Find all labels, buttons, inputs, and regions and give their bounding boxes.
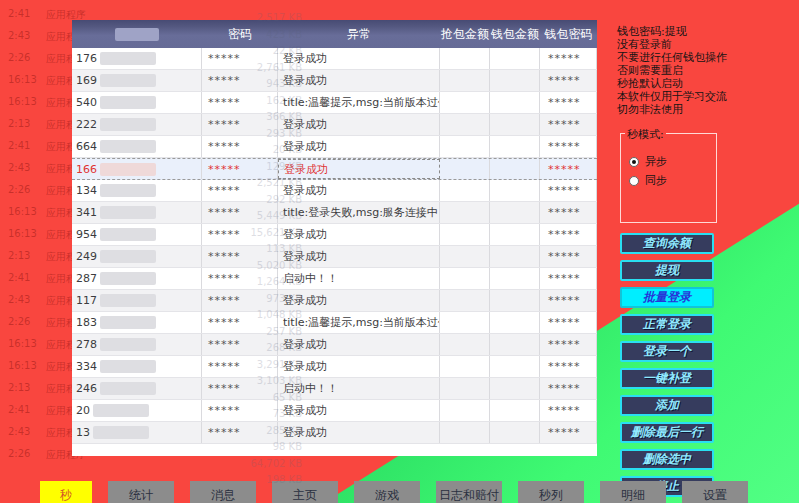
table-row[interactable]: 183 ***** title:温馨提示,msg:当前版本过低， ***** bbox=[72, 312, 597, 334]
header-password[interactable]: 密码 bbox=[202, 20, 278, 48]
wallet-password-cell[interactable]: ***** bbox=[540, 224, 597, 245]
wallet-password-cell[interactable]: ***** bbox=[540, 202, 597, 223]
exception-cell[interactable]: 登录成功 bbox=[278, 159, 440, 179]
account-cell[interactable]: 169 bbox=[72, 70, 202, 91]
password-cell[interactable]: ***** bbox=[202, 400, 278, 421]
delete-selected-button[interactable]: 删除选中 bbox=[620, 449, 714, 470]
grab-amount-cell[interactable] bbox=[440, 400, 490, 421]
password-cell[interactable]: ***** bbox=[202, 268, 278, 289]
password-cell[interactable]: ***** bbox=[202, 378, 278, 399]
table-row[interactable]: 169 ***** 登录成功 ***** bbox=[72, 70, 597, 92]
wallet-password-cell[interactable]: ***** bbox=[540, 114, 597, 135]
grab-amount-cell[interactable] bbox=[440, 334, 490, 355]
grab-amount-cell[interactable] bbox=[440, 246, 490, 267]
delete-last-row-button[interactable]: 删除最后一行 bbox=[620, 422, 714, 443]
account-cell[interactable]: 117 bbox=[72, 290, 202, 311]
table-row[interactable]: 540 ***** title:温馨提示,msg:当前版本过低， ***** bbox=[72, 92, 597, 114]
header-wallet-amount[interactable]: 钱包金额 bbox=[490, 20, 540, 48]
wallet-amount-cell[interactable] bbox=[490, 422, 540, 443]
grab-amount-cell[interactable] bbox=[440, 202, 490, 223]
exception-cell[interactable]: 启动中！！ bbox=[278, 378, 440, 399]
table-row[interactable]: 166 ***** 登录成功 ***** bbox=[72, 158, 597, 180]
grab-amount-cell[interactable] bbox=[440, 70, 490, 91]
exception-cell[interactable]: 登录成功 bbox=[278, 334, 440, 355]
wallet-amount-cell[interactable] bbox=[490, 48, 540, 69]
tab-logs-compensation[interactable]: 日志和赔付 bbox=[436, 481, 502, 503]
header-account[interactable] bbox=[72, 20, 202, 48]
account-cell[interactable]: 249 bbox=[72, 246, 202, 267]
password-cell[interactable]: ***** bbox=[202, 114, 278, 135]
account-cell[interactable]: 20 bbox=[72, 400, 202, 421]
grab-amount-cell[interactable] bbox=[440, 180, 490, 201]
password-cell[interactable]: ***** bbox=[202, 136, 278, 157]
table-row[interactable]: 246 ***** 启动中！！ ***** bbox=[72, 378, 597, 400]
wallet-amount-cell[interactable] bbox=[490, 159, 540, 179]
wallet-password-cell[interactable]: ***** bbox=[540, 268, 597, 289]
tab-stats[interactable]: 统计 bbox=[108, 481, 174, 503]
password-cell[interactable]: ***** bbox=[202, 422, 278, 443]
password-cell[interactable]: ***** bbox=[202, 70, 278, 91]
query-balance-button[interactable]: 查询余额 bbox=[620, 233, 714, 254]
tab-games[interactable]: 游戏 bbox=[354, 481, 420, 503]
account-cell[interactable]: 246 bbox=[72, 378, 202, 399]
tab-home[interactable]: 主页 bbox=[272, 481, 338, 503]
exception-cell[interactable]: 启动中！！ bbox=[278, 268, 440, 289]
password-cell[interactable]: ***** bbox=[202, 246, 278, 267]
wallet-password-cell[interactable]: ***** bbox=[540, 136, 597, 157]
table-row[interactable]: 664 ***** 登录成功 ***** bbox=[72, 136, 597, 158]
tab-settings[interactable]: 设置 bbox=[682, 481, 748, 503]
account-cell[interactable]: 183 bbox=[72, 312, 202, 333]
account-cell[interactable]: 13 bbox=[72, 422, 202, 443]
normal-login-button[interactable]: 正常登录 bbox=[620, 314, 714, 335]
account-cell[interactable]: 540 bbox=[72, 92, 202, 113]
exception-cell[interactable]: title:温馨提示,msg:当前版本过低， bbox=[278, 92, 440, 113]
tab-seconds[interactable]: 秒 bbox=[40, 481, 92, 503]
account-cell[interactable]: 222 bbox=[72, 114, 202, 135]
password-cell[interactable]: ***** bbox=[202, 334, 278, 355]
password-cell[interactable]: ***** bbox=[202, 159, 278, 179]
account-cell[interactable]: 287 bbox=[72, 268, 202, 289]
wallet-password-cell[interactable]: ***** bbox=[540, 356, 597, 377]
grab-amount-cell[interactable] bbox=[440, 312, 490, 333]
exception-cell[interactable]: 登录成功 bbox=[278, 48, 440, 69]
add-button[interactable]: 添加 bbox=[620, 395, 714, 416]
table-row[interactable]: 954 ***** 登录成功 ***** bbox=[72, 224, 597, 246]
table-row[interactable]: 176 ***** 登录成功 ***** bbox=[72, 48, 597, 70]
header-wallet-password[interactable]: 钱包密码 bbox=[540, 20, 597, 48]
exception-cell[interactable]: title:温馨提示,msg:当前版本过低， bbox=[278, 312, 440, 333]
wallet-password-cell[interactable]: ***** bbox=[540, 159, 597, 179]
wallet-password-cell[interactable]: ***** bbox=[540, 180, 597, 201]
account-cell[interactable]: 166 bbox=[72, 159, 202, 179]
wallet-password-cell[interactable]: ***** bbox=[540, 400, 597, 421]
wallet-amount-cell[interactable] bbox=[490, 246, 540, 267]
wallet-amount-cell[interactable] bbox=[490, 70, 540, 91]
exception-cell[interactable]: 登录成功 bbox=[278, 114, 440, 135]
password-cell[interactable]: ***** bbox=[202, 290, 278, 311]
wallet-password-cell[interactable]: ***** bbox=[540, 312, 597, 333]
table-row[interactable]: 222 ***** 登录成功 ***** bbox=[72, 114, 597, 136]
exception-cell[interactable]: 登录成功 bbox=[278, 136, 440, 157]
grab-amount-cell[interactable] bbox=[440, 290, 490, 311]
exception-cell[interactable]: 登录成功 bbox=[278, 422, 440, 443]
grab-amount-cell[interactable] bbox=[440, 378, 490, 399]
exception-cell[interactable]: 登录成功 bbox=[278, 356, 440, 377]
table-row[interactable]: 134 ***** 登录成功 ***** bbox=[72, 180, 597, 202]
account-cell[interactable]: 278 bbox=[72, 334, 202, 355]
password-cell[interactable]: ***** bbox=[202, 180, 278, 201]
wallet-amount-cell[interactable] bbox=[490, 224, 540, 245]
header-exception[interactable]: 异常 bbox=[278, 20, 440, 48]
password-cell[interactable]: ***** bbox=[202, 312, 278, 333]
account-cell[interactable]: 664 bbox=[72, 136, 202, 157]
tab-details[interactable]: 明细 bbox=[600, 481, 666, 503]
table-row[interactable]: 249 ***** 登录成功 ***** bbox=[72, 246, 597, 268]
radio-icon[interactable] bbox=[629, 157, 639, 167]
wallet-amount-cell[interactable] bbox=[490, 202, 540, 223]
wallet-password-cell[interactable]: ***** bbox=[540, 48, 597, 69]
wallet-password-cell[interactable]: ***** bbox=[540, 246, 597, 267]
grab-amount-cell[interactable] bbox=[440, 356, 490, 377]
table-row[interactable]: 20 ***** 登录成功 ***** bbox=[72, 400, 597, 422]
wallet-amount-cell[interactable] bbox=[490, 268, 540, 289]
exception-cell[interactable]: 登录成功 bbox=[278, 246, 440, 267]
wallet-amount-cell[interactable] bbox=[490, 136, 540, 157]
exception-cell[interactable]: 登录成功 bbox=[278, 180, 440, 201]
